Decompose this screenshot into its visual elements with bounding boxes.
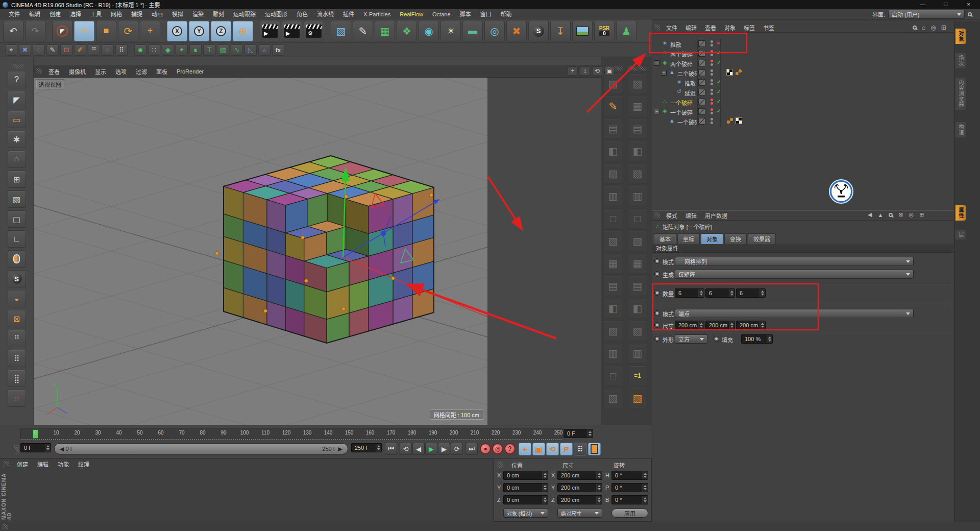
subdivision-icon[interactable]: ▦ (375, 21, 395, 41)
scale-tool-icon[interactable]: ■ (96, 21, 116, 41)
main-menu-item-21[interactable]: 帮助 (496, 9, 517, 19)
magnet-icon[interactable]: ∩ (8, 390, 26, 407)
fill-bucket-icon[interactable]: ◒ (8, 290, 26, 307)
main-menu-item-9[interactable]: 渲染 (188, 9, 208, 19)
autokey-button[interactable]: ◎ (492, 443, 503, 454)
cube-instance-icon[interactable]: ∷ (148, 44, 160, 56)
object-manager-icons[interactable]: ⌂ ◎ ⊞ (913, 24, 946, 31)
visibility-dots[interactable] (710, 99, 713, 105)
layer-tag-icon[interactable] (698, 108, 705, 115)
attr-tab-2[interactable]: 对象 (701, 233, 723, 244)
visibility-dots[interactable] (710, 79, 713, 85)
interface-switcher[interactable]: 界面: 启动 (用户) (872, 10, 972, 19)
quantize-dots-icon[interactable]: ⠛ (88, 44, 100, 56)
pen-spline-icon[interactable]: ✎ (353, 21, 373, 41)
mat-menu-item-1[interactable]: 编辑 (33, 460, 53, 468)
mat-menu-item-2[interactable]: 功能 (53, 460, 74, 468)
current-frame-field[interactable]: 0 F (20, 443, 51, 452)
main-menu-item-20[interactable]: 窗口 (476, 9, 496, 19)
viewport-menu-item-1[interactable]: 摄像机 (64, 67, 90, 76)
size-y-field[interactable]: 200 cm (705, 321, 735, 330)
workplane-icon[interactable]: ∟ (8, 230, 26, 248)
character-icon[interactable]: ♟ (616, 21, 636, 41)
object-tags[interactable] (726, 117, 742, 124)
main-menu-item-16[interactable]: X-Particles (359, 9, 395, 19)
texture-tag-icon[interactable] (736, 117, 742, 124)
drag-grip[interactable] (14, 444, 19, 454)
move-tool-icon[interactable]: + (74, 21, 94, 41)
ghost-cube-icon[interactable]: ◧ (603, 141, 623, 161)
radio-icon[interactable] (654, 336, 660, 342)
om-menu-item-3[interactable]: 对象 (720, 23, 740, 32)
om-menu-item-4[interactable]: 标签 (740, 23, 759, 32)
attr-menu-item-0[interactable]: 模式 (662, 211, 681, 220)
coords-size-dropdown[interactable]: 绝对尺寸 (557, 509, 602, 518)
visibility-dots[interactable] (710, 108, 713, 114)
ghost-cube-icon[interactable]: ▤ (628, 276, 647, 296)
layer-tag-icon[interactable] (698, 40, 705, 47)
object-label[interactable]: 一个破碎 (670, 99, 693, 107)
dock-tab-内容浏览器[interactable]: 内容浏览器 (955, 78, 966, 110)
main-menu-item-14[interactable]: 流水线 (312, 9, 338, 19)
viewport-menu-item-0[interactable]: 查看 (44, 67, 64, 76)
pan-view-icon[interactable]: + (568, 66, 578, 76)
attr-menu-item-1[interactable]: 编辑 (681, 211, 701, 220)
lock-z-icon[interactable]: Z (211, 21, 231, 41)
size-x-field[interactable]: 200 cm (675, 321, 704, 330)
radio-icon[interactable] (714, 336, 719, 342)
ghost-cube-icon[interactable]: □ (603, 208, 623, 229)
dock-tab-构造[interactable]: 构造 (955, 122, 966, 137)
layer-tag-icon[interactable] (698, 99, 705, 105)
sail-deformer-icon[interactable]: ◺ (244, 44, 257, 56)
texture-tag-icon[interactable] (726, 69, 733, 76)
floor-icon[interactable]: ▬ (462, 21, 483, 41)
count-z-field[interactable]: 6 (736, 288, 766, 298)
cube-icon[interactable]: ▧ (8, 190, 26, 208)
ghost-cube-icon[interactable]: ▧ (628, 74, 647, 94)
ghost-cube-icon[interactable]: ▧ (603, 231, 623, 251)
mat-menu-item-3[interactable]: 纹理 (74, 460, 94, 468)
joint-icon[interactable]: ▵ (258, 44, 271, 56)
main-menu-item-13[interactable]: 角色 (292, 9, 312, 19)
plugin-strip-1[interactable]: ▧✎▤◧▨▥□▧▦▤◧▨▥□▧ (602, 66, 624, 419)
iso-cube-icon[interactable]: ▧ (217, 44, 229, 56)
perspective-viewport[interactable]: 透视视图 网格间距 : 100 cm Y (34, 78, 487, 425)
plugin-strip-2[interactable]: ▧▦▤◧▨▥□▧▦▤◧▨▥=1▧ (626, 66, 649, 419)
rotate-view-icon[interactable]: ⟲ (592, 66, 602, 76)
select-arrow-icon[interactable]: ◤ (8, 91, 26, 108)
ghost-cube-icon[interactable]: ◧ (628, 298, 647, 319)
timeline-frame-field[interactable]: 0 F (564, 429, 593, 438)
viewport-menu-item-3[interactable]: 选项 (111, 67, 131, 76)
layer-tag-icon[interactable] (698, 79, 705, 86)
sweep-swirl-icon[interactable]: ∿ (231, 44, 243, 56)
particles-x-icon[interactable]: ✖ (506, 21, 527, 41)
ghost-cube-icon[interactable]: ▥ (603, 343, 623, 364)
coord-field[interactable]: 200 cm (557, 471, 602, 480)
mouse-mode-icon[interactable] (8, 250, 26, 268)
spline-pen-icon[interactable]: ✎ (46, 44, 59, 56)
help-icon[interactable]: ? (8, 71, 26, 88)
snap-tool-icon[interactable]: ⌖ (5, 44, 17, 56)
record-key-button[interactable]: ● (480, 443, 491, 454)
round-cube-icon[interactable]: ▢ (8, 210, 26, 228)
key-pla-toggle[interactable]: ⠿ (574, 443, 586, 455)
attribute-icons[interactable]: ◀ ▲ ⊠ ◎ ⊞ (868, 211, 924, 218)
drag-grip[interactable] (36, 68, 42, 75)
prev-key-button[interactable]: ⟲ (400, 443, 412, 455)
render-view-icon[interactable]: ▶ (260, 21, 280, 41)
object-label[interactable]: 一个破碎 (670, 108, 693, 116)
main-menu-item-1[interactable]: 编辑 (24, 9, 45, 19)
ghost-cube-icon[interactable]: ▨ (603, 321, 623, 341)
coord-field[interactable]: 0 cm (503, 471, 548, 480)
ghost-cube-icon[interactable]: ▤ (603, 276, 623, 296)
sculpt-pen-icon[interactable]: ✎ (603, 96, 623, 116)
visibility-dots[interactable] (710, 118, 713, 124)
coord-field[interactable]: 0 ° (611, 471, 648, 480)
size-z-field[interactable]: 200 cm (736, 321, 766, 330)
viewport-menu-item-2[interactable]: 显示 (90, 67, 111, 76)
window-controls[interactable]: — □ × (911, 0, 980, 9)
ghost-cube-icon[interactable]: ▦ (603, 253, 623, 274)
drag-grip[interactable] (654, 212, 660, 219)
timeline-ruler[interactable]: 0102030405060708090100110120130140150160… (20, 428, 562, 440)
drag-grip[interactable] (497, 462, 503, 468)
